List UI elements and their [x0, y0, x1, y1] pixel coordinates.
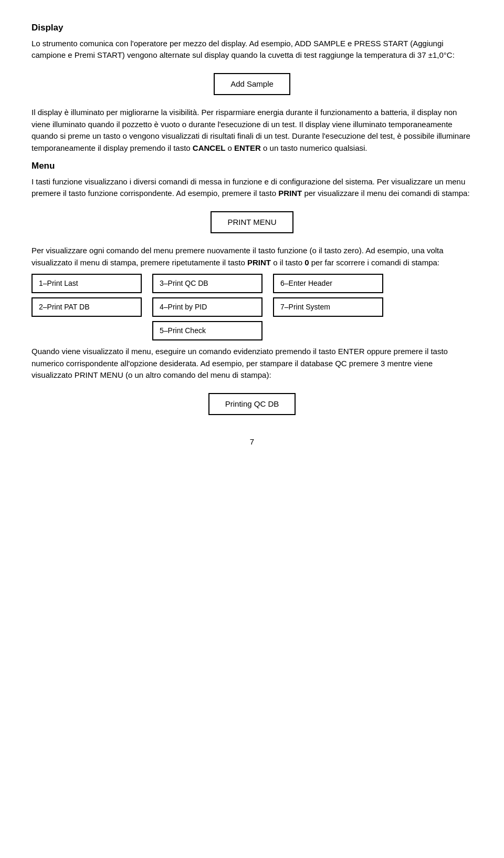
zero-bold: 0 [304, 258, 309, 267]
menu-item-5: 5–Print Check [152, 321, 262, 340]
menu-heading: Menu [32, 159, 472, 173]
menu-para2: Per visualizzare ogni comando del menu p… [32, 245, 472, 268]
add-sample-box: Add Sample [214, 73, 290, 96]
print-bold: PRINT [278, 189, 302, 198]
display-para1: Lo strumento comunica con l'operatore pe… [32, 38, 472, 61]
print-menu-box-wrap: PRINT MENU [32, 206, 472, 239]
print-bold2: PRINT [247, 258, 271, 267]
menu-item-6: 6–Enter Header [273, 274, 383, 293]
display-para2: Il display è illuminato per migliorarne … [32, 107, 472, 154]
display-heading: Display [32, 21, 472, 35]
menu-para3: Quando viene visualizzato il menu, esegu… [32, 346, 472, 381]
menu-item-7: 7–Print System [273, 297, 383, 317]
printing-qc-box-wrap: Printing QC DB [32, 388, 472, 421]
display-para2-end: o un tasto numerico qualsiasi. [261, 143, 368, 152]
menu-para2-end: per far scorrere i comandi di stampa: [309, 258, 439, 267]
menu-para1-end: per visualizzare il menu dei comandi di … [302, 189, 469, 198]
page-number: 7 [32, 436, 472, 448]
menu-para2-mid: o il tasto [271, 258, 304, 267]
menu-grid: 1–Print Last 3–Print QC DB 6–Enter Heade… [32, 274, 472, 340]
menu-para1: I tasti funzione visualizzano i diversi … [32, 176, 472, 200]
menu-item-1: 1–Print Last [32, 274, 142, 293]
cancel-bold: CANCEL [193, 143, 226, 152]
print-menu-box: PRINT MENU [211, 211, 293, 234]
menu-item-4: 4–Print by PID [152, 297, 262, 317]
display-para2-mid: o [225, 143, 234, 152]
menu-item-3: 3–Print QC DB [152, 274, 262, 293]
add-sample-box-wrap: Add Sample [32, 68, 472, 101]
menu-item-2: 2–Print PAT DB [32, 297, 142, 317]
enter-bold: ENTER [234, 143, 261, 152]
printing-qc-box: Printing QC DB [208, 393, 296, 416]
